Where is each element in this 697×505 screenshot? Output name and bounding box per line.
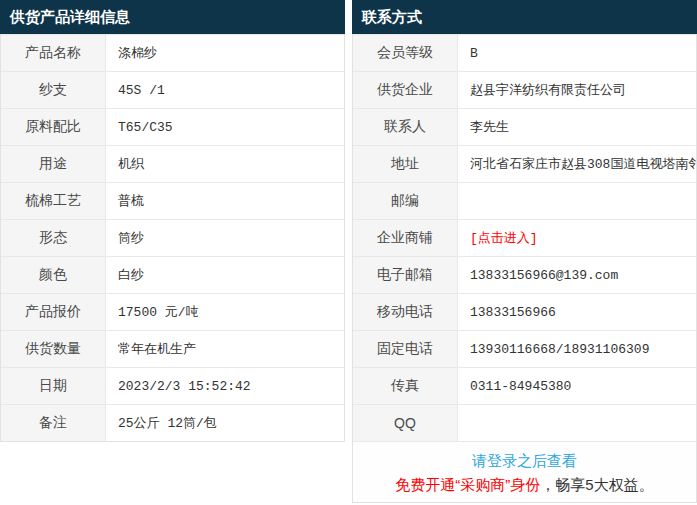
table-row: 传真 0311-84945380: [353, 367, 696, 404]
row-value: 45S /1: [106, 72, 344, 108]
table-row: 用途 机织: [1, 145, 344, 182]
table-row: QQ: [353, 404, 696, 441]
table-row: 形态 筒纱: [1, 219, 344, 256]
row-label: 电子邮箱: [353, 257, 458, 293]
product-info-table-title: 供货产品详细信息: [0, 0, 345, 34]
row-value: B: [458, 35, 696, 71]
table-row: 移动电话 13833156966: [353, 293, 696, 330]
table-row: 日期 2023/2/3 15:52:42: [1, 367, 344, 404]
row-label: 备注: [1, 405, 106, 441]
row-label: 用途: [1, 146, 106, 182]
row-label: 地址: [353, 146, 458, 182]
row-label: QQ: [353, 405, 458, 441]
row-label: 供货企业: [353, 72, 458, 108]
row-value: 机织: [106, 146, 344, 182]
row-value: 涤棉纱: [106, 35, 344, 71]
row-label: 固定电话: [353, 331, 458, 367]
row-label: 移动电话: [353, 294, 458, 330]
table-row: 会员等级 B: [353, 34, 696, 71]
table-row: 备注 25公斤 12筒/包: [1, 404, 344, 441]
row-label: 邮编: [353, 183, 458, 219]
product-detail-page: 供货产品详细信息 产品名称 涤棉纱 纱支 45S /1 原料配比 T65/C35…: [0, 0, 697, 505]
row-label: 产品名称: [1, 35, 106, 71]
contact-info-table: 联系方式 会员等级 B 供货企业 赵县宇洋纺织有限责任公司 联系人 李先生 地址…: [352, 0, 697, 503]
buyer-signup-link[interactable]: 免费开通“采购商”身份: [395, 476, 540, 493]
row-value: 赵县宇洋纺织有限责任公司: [458, 72, 696, 108]
table-row: 产品名称 涤棉纱: [1, 34, 344, 71]
row-value: 常年在机生产: [106, 331, 344, 367]
row-label: 产品报价: [1, 294, 106, 330]
row-value: [458, 405, 696, 441]
row-label: 梳棉工艺: [1, 183, 106, 219]
row-value: 13833156966: [458, 294, 696, 330]
table-row: 纱支 45S /1: [1, 71, 344, 108]
row-value: 13930116668/18931106309: [458, 331, 696, 367]
row-value: 筒纱: [106, 220, 344, 256]
row-value: 17500 元/吨: [106, 294, 344, 330]
contact-footer: 请登录之后查看 免费开通“采购商”身份，畅享5大权益。: [353, 441, 696, 502]
row-value: [点击进入]: [458, 220, 696, 256]
table-row: 梳棉工艺 普梳: [1, 182, 344, 219]
table-row: 原料配比 T65/C35: [1, 108, 344, 145]
table-row: 邮编: [353, 182, 696, 219]
row-label: 日期: [1, 368, 106, 404]
row-value: 2023/2/3 15:52:42: [106, 368, 344, 404]
row-label: 颜色: [1, 257, 106, 293]
table-row: 电子邮箱 13833156966@139.com: [353, 256, 696, 293]
row-value: 25公斤 12筒/包: [106, 405, 344, 441]
row-label: 纱支: [1, 72, 106, 108]
row-label: 形态: [1, 220, 106, 256]
table-row: 供货企业 赵县宇洋纺织有限责任公司: [353, 71, 696, 108]
row-value: [458, 183, 696, 219]
table-row: 地址 河北省石家庄市赵县308国道电视塔南邻: [353, 145, 696, 182]
row-value: 普梳: [106, 183, 344, 219]
row-value: T65/C35: [106, 109, 344, 145]
row-label: 原料配比: [1, 109, 106, 145]
row-value: 河北省石家庄市赵县308国道电视塔南邻: [458, 146, 696, 182]
table-row: 颜色 白纱: [1, 256, 344, 293]
contact-info-table-title: 联系方式: [352, 0, 697, 34]
table-row: 固定电话 13930116668/18931106309: [353, 330, 696, 367]
row-label: 企业商铺: [353, 220, 458, 256]
promo-benefits-text: ，畅享5大权益。: [540, 476, 653, 493]
product-info-table: 供货产品详细信息 产品名称 涤棉纱 纱支 45S /1 原料配比 T65/C35…: [0, 0, 345, 442]
table-row: 企业商铺 [点击进入]: [353, 219, 696, 256]
row-label: 会员等级: [353, 35, 458, 71]
row-label: 联系人: [353, 109, 458, 145]
row-value: 0311-84945380: [458, 368, 696, 404]
row-value: 李先生: [458, 109, 696, 145]
table-row: 供货数量 常年在机生产: [1, 330, 344, 367]
table-row: 产品报价 17500 元/吨: [1, 293, 344, 330]
row-value: 13833156966@139.com: [458, 257, 696, 293]
login-to-view-link[interactable]: 请登录之后查看: [472, 452, 577, 469]
row-label: 供货数量: [1, 331, 106, 367]
table-row: 联系人 李先生: [353, 108, 696, 145]
row-label: 传真: [353, 368, 458, 404]
shop-enter-link[interactable]: [点击进入]: [470, 229, 538, 247]
row-value: 白纱: [106, 257, 344, 293]
